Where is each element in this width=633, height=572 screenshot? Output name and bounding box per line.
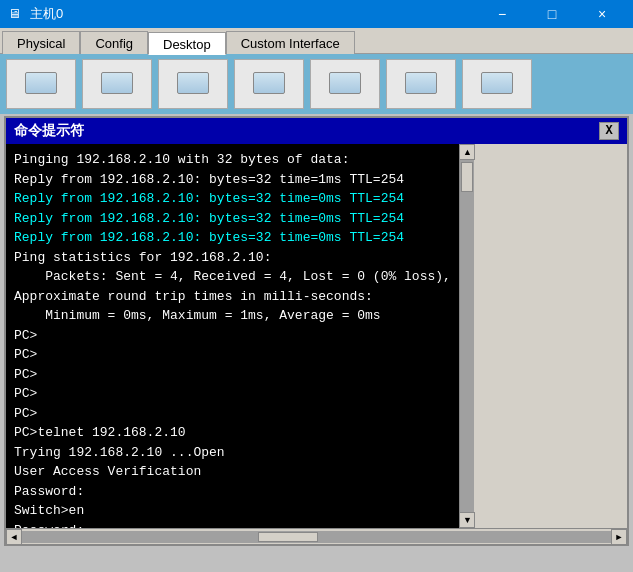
tab-bar: Physical Config Desktop Custom Interface bbox=[0, 28, 633, 54]
cmd-title-bar: 命令提示符 X bbox=[6, 118, 627, 144]
device-card-6[interactable] bbox=[386, 59, 456, 109]
terminal-line: Password: bbox=[14, 482, 451, 502]
cmd-title-text: 命令提示符 bbox=[14, 122, 84, 140]
minimize-button[interactable]: − bbox=[479, 0, 525, 28]
cmd-close-button[interactable]: X bbox=[599, 122, 619, 140]
hscroll-thumb[interactable] bbox=[258, 532, 318, 542]
terminal-line: Minimum = 0ms, Maximum = 1ms, Average = … bbox=[14, 306, 451, 326]
window-controls: − □ × bbox=[479, 0, 625, 28]
vertical-scrollbar[interactable]: ▲ ▼ bbox=[459, 144, 475, 528]
horizontal-scrollbar[interactable]: ◄ ► bbox=[6, 528, 627, 544]
device-card-7[interactable] bbox=[462, 59, 532, 109]
scroll-down-button[interactable]: ▼ bbox=[459, 512, 475, 528]
app-icon: 🖥 bbox=[8, 6, 24, 22]
device-icon-3 bbox=[177, 72, 209, 94]
tab-custom-interface[interactable]: Custom Interface bbox=[226, 31, 355, 54]
device-icon-6 bbox=[405, 72, 437, 94]
device-strip bbox=[0, 54, 633, 114]
scroll-left-button[interactable]: ◄ bbox=[6, 529, 22, 545]
terminal-line: PC> bbox=[14, 404, 451, 424]
terminal-line: Switch>en bbox=[14, 501, 451, 521]
terminal-line: Reply from 192.168.2.10: bytes=32 time=0… bbox=[14, 189, 451, 209]
device-card-3[interactable] bbox=[158, 59, 228, 109]
device-card-5[interactable] bbox=[310, 59, 380, 109]
terminal-line: PC>telnet 192.168.2.10 bbox=[14, 423, 451, 443]
terminal-line: Reply from 192.168.2.10: bytes=32 time=0… bbox=[14, 209, 451, 229]
tab-config[interactable]: Config bbox=[80, 31, 148, 54]
tab-physical[interactable]: Physical bbox=[2, 31, 80, 54]
hscroll-track bbox=[22, 531, 611, 543]
terminal-line: Trying 192.168.2.10 ...Open bbox=[14, 443, 451, 463]
maximize-button[interactable]: □ bbox=[529, 0, 575, 28]
scroll-area: Pinging 192.168.2.10 with 32 bytes of da… bbox=[6, 144, 627, 528]
device-card-1[interactable] bbox=[6, 59, 76, 109]
terminal-line: Pinging 192.168.2.10 with 32 bytes of da… bbox=[14, 150, 451, 170]
terminal-line: Packets: Sent = 4, Received = 4, Lost = … bbox=[14, 267, 451, 287]
terminal-line: Ping statistics for 192.168.2.10: bbox=[14, 248, 451, 268]
terminal-line: Approximate round trip times in milli-se… bbox=[14, 287, 451, 307]
terminal-line: Password: bbox=[14, 521, 451, 529]
terminal-line: Reply from 192.168.2.10: bytes=32 time=1… bbox=[14, 170, 451, 190]
terminal-line: PC> bbox=[14, 365, 451, 385]
terminal-line: PC> bbox=[14, 384, 451, 404]
device-card-2[interactable] bbox=[82, 59, 152, 109]
terminal-line: Reply from 192.168.2.10: bytes=32 time=0… bbox=[14, 228, 451, 248]
scroll-up-button[interactable]: ▲ bbox=[459, 144, 475, 160]
scroll-thumb[interactable] bbox=[461, 162, 473, 192]
close-button[interactable]: × bbox=[579, 0, 625, 28]
device-icon-5 bbox=[329, 72, 361, 94]
title-bar: 🖥 主机0 − □ × bbox=[0, 0, 633, 28]
device-icon-7 bbox=[481, 72, 513, 94]
terminal-line: PC> bbox=[14, 326, 451, 346]
tab-desktop[interactable]: Desktop bbox=[148, 32, 226, 55]
terminal[interactable]: Pinging 192.168.2.10 with 32 bytes of da… bbox=[6, 144, 459, 528]
window-title: 主机0 bbox=[30, 5, 63, 23]
terminal-line: User Access Verification bbox=[14, 462, 451, 482]
main-window: 命令提示符 X Pinging 192.168.2.10 with 32 byt… bbox=[4, 116, 629, 546]
device-icon-4 bbox=[253, 72, 285, 94]
scroll-track bbox=[460, 160, 474, 512]
device-card-4[interactable] bbox=[234, 59, 304, 109]
terminal-line: PC> bbox=[14, 345, 451, 365]
scroll-right-button[interactable]: ► bbox=[611, 529, 627, 545]
device-icon-1 bbox=[25, 72, 57, 94]
device-icon-2 bbox=[101, 72, 133, 94]
